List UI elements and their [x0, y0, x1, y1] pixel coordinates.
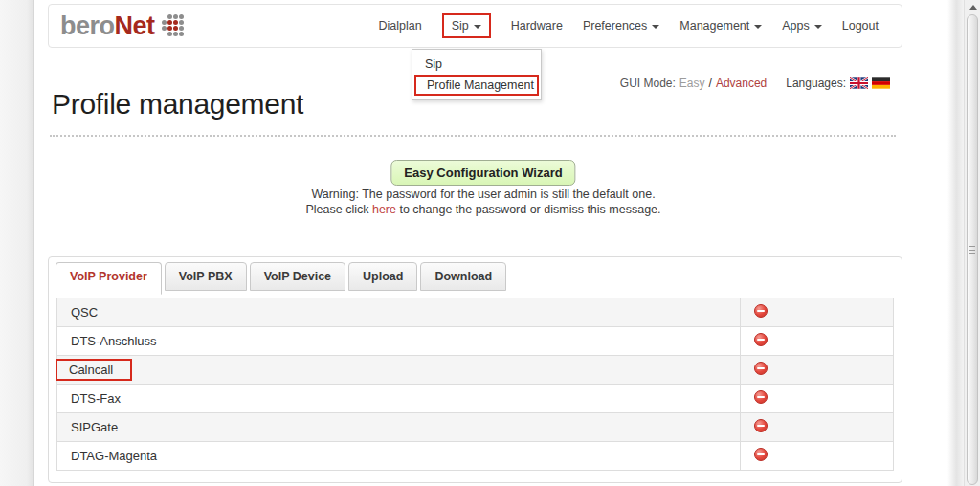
profile-row[interactable]: QSC — [57, 298, 894, 327]
nav-item-label: Dialplan — [378, 19, 421, 33]
top-navbar: beroNet Dialplan Sip Hardware Preference… — [48, 4, 902, 48]
profile-name: Calncall — [69, 363, 113, 377]
scrollbar-grip-icon — [969, 246, 975, 254]
german-flag-icon[interactable] — [872, 77, 890, 89]
minus-circle-icon — [754, 362, 768, 375]
page-title: Profile management — [52, 88, 303, 121]
nav-item-label: Apps — [782, 19, 810, 33]
profiles-table: QSC DTS-Anschluss Calncall DTS-Fax SIPGa… — [56, 298, 894, 471]
profile-row[interactable]: Calncall — [57, 356, 894, 385]
delete-profile-button[interactable] — [754, 419, 768, 432]
profile-tabs: VoIP Provider VoIP PBX VoIP Device Uploa… — [49, 257, 902, 290]
tab-voip-provider[interactable]: VoIP Provider — [56, 262, 162, 295]
nav-item-logout[interactable]: Logout — [842, 19, 879, 33]
tab-upload[interactable]: Upload — [348, 262, 417, 291]
nav-item-label: Hardware — [511, 19, 563, 33]
chevron-down-icon — [754, 25, 762, 29]
scroll-up-arrow-icon — [969, 5, 977, 10]
profile-name: DTS-Anschluss — [71, 334, 157, 348]
profile-name: DTS-Fax — [71, 391, 121, 406]
dropdown-item-profile-management[interactable]: Profile Management — [414, 75, 539, 96]
scroll-up-button[interactable] — [965, 0, 980, 13]
beronet-logo[interactable]: beroNet — [60, 13, 185, 39]
minus-circle-icon — [754, 333, 768, 346]
warning-line2-text: to change the password or dismiss this m… — [399, 203, 660, 216]
browser-scrollbar[interactable] — [964, 0, 980, 486]
nav-item-label: Sip — [452, 19, 469, 33]
password-change-link[interactable]: here — [372, 203, 396, 216]
tab-download[interactable]: Download — [420, 262, 506, 291]
minus-circle-icon — [754, 419, 768, 432]
easy-configuration-wizard-button[interactable]: Easy Configuration Wizard — [390, 160, 575, 186]
profile-panel: VoIP Provider VoIP PBX VoIP Device Uploa… — [48, 256, 902, 483]
profile-row[interactable]: DTAG-Magenta — [57, 442, 894, 471]
nav-item-management[interactable]: Management — [679, 19, 762, 33]
languages-label: Languages: — [786, 77, 846, 90]
gui-mode-easy-link[interactable]: Easy — [679, 77, 705, 90]
brand-dot-matrix-icon — [162, 14, 185, 37]
gui-mode-language-bar: GUI Mode: Easy / Advanced Languages: — [574, 77, 890, 90]
brand-text-bero: bero — [60, 11, 115, 40]
sip-dropdown-menu: Sip Profile Management — [412, 49, 542, 100]
page: { "brand": { "bero": "bero", "net": "Net… — [0, 0, 980, 486]
profile-row[interactable]: SIPGate — [57, 413, 894, 442]
nav-item-apps[interactable]: Apps — [782, 19, 822, 33]
minus-circle-icon — [754, 304, 768, 318]
nav-item-sip[interactable]: Sip — [442, 13, 491, 38]
nav-item-label: Preferences — [583, 19, 647, 33]
gui-mode-label: GUI Mode: — [620, 77, 676, 90]
tab-voip-device[interactable]: VoIP Device — [250, 262, 345, 291]
nav-item-dialplan[interactable]: Dialplan — [378, 19, 421, 33]
gui-mode-advanced-link[interactable]: Advanced — [716, 77, 767, 90]
brand-wordmark: beroNet — [60, 13, 155, 39]
nav-item-label: Management — [679, 19, 749, 33]
delete-profile-button[interactable] — [754, 304, 768, 318]
delete-profile-button[interactable] — [754, 333, 768, 346]
tab-voip-pbx[interactable]: VoIP PBX — [165, 262, 247, 291]
delete-profile-button[interactable] — [754, 362, 768, 375]
minus-circle-icon — [754, 448, 768, 461]
password-warning: Warning: The password for the user admin… — [0, 187, 967, 217]
scrollbar-thumb[interactable] — [967, 14, 978, 485]
warning-line2-text: Please click — [305, 203, 368, 216]
warning-line2: Please click here to change the password… — [0, 202, 967, 217]
chevron-down-icon — [814, 25, 822, 29]
profile-row[interactable]: DTS-Anschluss — [57, 327, 894, 356]
nav-item-preferences[interactable]: Preferences — [583, 19, 659, 33]
calncall-highlight-box: Calncall — [56, 359, 132, 381]
nav-item-hardware[interactable]: Hardware — [511, 19, 563, 33]
nav-item-label: Logout — [842, 19, 879, 33]
uk-flag-icon[interactable] — [850, 77, 868, 89]
profile-name: SIPGate — [71, 420, 118, 434]
page-right-gutter — [947, 0, 964, 486]
nav-menu: Dialplan Sip Hardware Preferences Manage… — [378, 13, 879, 38]
page-left-gutter — [0, 0, 34, 486]
delete-profile-button[interactable] — [754, 390, 768, 404]
profile-row[interactable]: DTS-Fax — [57, 385, 894, 413]
profile-name: DTAG-Magenta — [71, 449, 157, 463]
delete-profile-button[interactable] — [754, 448, 768, 461]
profiles-table-container: QSC DTS-Anschluss Calncall DTS-Fax SIPGa… — [56, 298, 894, 471]
minus-circle-icon — [754, 390, 768, 404]
warning-line1: Warning: The password for the user admin… — [0, 187, 967, 202]
brand-text-net: Net — [115, 11, 155, 40]
chevron-down-icon — [474, 25, 481, 29]
gui-mode-separator: / — [709, 77, 712, 90]
chevron-down-icon — [652, 25, 659, 29]
dotted-divider — [50, 135, 896, 137]
profile-name: QSC — [71, 305, 98, 320]
dropdown-item-sip[interactable]: Sip — [412, 54, 541, 75]
